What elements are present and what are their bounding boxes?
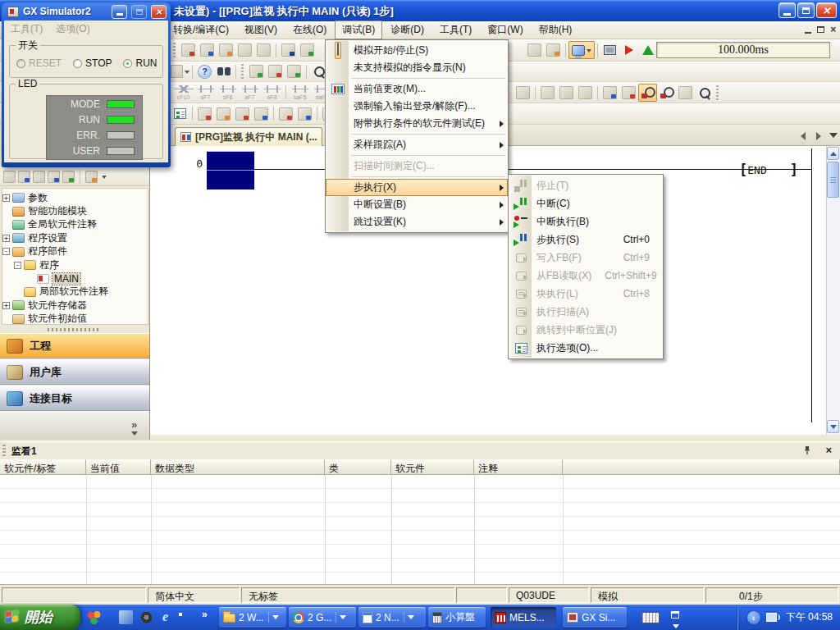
- watch-table-body[interactable]: [0, 475, 840, 585]
- tree-item-local-comment[interactable]: 局部软元件注释: [2, 285, 148, 299]
- tab-scroll-left-icon[interactable]: [801, 132, 806, 140]
- exec-option-button[interactable]: [171, 105, 189, 123]
- paste-item-icon[interactable]: [33, 171, 45, 183]
- tree-item-global-comment[interactable]: 全局软元件注释: [2, 218, 148, 231]
- tree-item-pou[interactable]: -程序部件: [2, 245, 148, 258]
- modify-value-button[interactable]: [525, 41, 544, 59]
- tree-item-parameter[interactable]: +参数: [2, 191, 148, 204]
- mdi-restore-icon[interactable]: [817, 26, 824, 33]
- tree-item-program[interactable]: -程序: [2, 258, 148, 272]
- forced-output-button[interactable]: [214, 105, 233, 123]
- delete-vline-button[interactable]: cF10: [172, 82, 194, 103]
- undo-button[interactable]: [235, 41, 254, 59]
- menu-item-skip-setting[interactable]: 跳过设置(K): [326, 213, 508, 231]
- taskbar-window-chrome[interactable]: 2 G...: [289, 607, 356, 628]
- ladder-monitor-button-1[interactable]: [247, 62, 266, 80]
- menu-item-break-setting[interactable]: 中断设置(B): [326, 196, 508, 213]
- menu-item-device-test-condition[interactable]: 附带执行条件的软元件测试(E): [326, 115, 508, 132]
- menu-item-step-execution[interactable]: 步执行(X): [326, 179, 508, 196]
- run-button[interactable]: [619, 41, 638, 59]
- submenu-item-exec-options[interactable]: 执行选项(O)...: [509, 339, 663, 357]
- ladder-monitor-button-2[interactable]: [266, 62, 285, 80]
- gear-icon[interactable]: [139, 610, 153, 624]
- register-table-button[interactable]: [252, 105, 271, 123]
- branch-contact-button[interactable]: saF5: [289, 82, 311, 103]
- device-monitor-button[interactable]: [298, 41, 317, 59]
- sort-filter-icon[interactable]: [85, 171, 98, 183]
- panel-splitter[interactable]: [48, 328, 100, 331]
- group-dropdown[interactable]: [336, 612, 346, 623]
- paste-button[interactable]: [217, 41, 235, 59]
- minimize-button[interactable]: [778, 2, 796, 18]
- taskbar-window-gx-simulator[interactable]: GX Si...: [563, 607, 627, 628]
- expander-icon[interactable]: -: [2, 248, 10, 255]
- cancel-register-button[interactable]: [233, 105, 252, 123]
- menu-diagnostics[interactable]: 诊断(D): [383, 21, 431, 39]
- documents-icon[interactable]: [119, 610, 133, 624]
- refresh-icon[interactable]: [62, 171, 75, 183]
- expander-icon[interactable]: +: [2, 302, 10, 309]
- device-find-button[interactable]: [279, 41, 298, 59]
- column-class[interactable]: 类: [325, 459, 391, 475]
- keyboard-language-icon[interactable]: [641, 612, 660, 623]
- messenger-icon[interactable]: [87, 610, 101, 624]
- simulator-menu-tools[interactable]: 工具(T): [11, 22, 43, 36]
- closed-contact-button[interactable]: sF8: [217, 82, 239, 103]
- redo-button[interactable]: [254, 41, 273, 59]
- mdi-close-icon[interactable]: ×: [830, 25, 836, 34]
- menu-convert-compile[interactable]: 转换/编译(C): [166, 21, 236, 39]
- column-data-type[interactable]: 数据类型: [151, 459, 325, 475]
- nav-more-button[interactable]: »: [131, 418, 138, 439]
- group-dropdown[interactable]: [268, 612, 279, 623]
- tab-scroll-right-icon[interactable]: [816, 132, 821, 140]
- simulator-menu-options[interactable]: 选项(O): [56, 22, 89, 36]
- dropdown-caret-icon[interactable]: [102, 176, 107, 181]
- new-item-icon[interactable]: [3, 171, 16, 183]
- menu-view[interactable]: 视图(V): [237, 21, 285, 39]
- vertical-scrollbar[interactable]: [826, 146, 840, 435]
- toolbar-grip[interactable]: [716, 85, 719, 100]
- submenu-item-step-exec[interactable]: 步执行(S)Ctrl+0: [509, 231, 663, 249]
- copy-button[interactable]: [198, 41, 217, 59]
- submenu-item-break[interactable]: 中断(C): [509, 194, 663, 212]
- menu-item-sampling-trace[interactable]: 采样跟踪(A): [326, 136, 508, 153]
- warning-button[interactable]: [638, 41, 657, 59]
- restore-button[interactable]: [797, 2, 815, 18]
- menu-online[interactable]: 在线(O): [285, 21, 334, 39]
- menu-window[interactable]: 窗口(W): [480, 21, 530, 39]
- contact-button[interactable]: sF7: [194, 82, 217, 103]
- help-button[interactable]: [195, 62, 214, 80]
- simulator-title-bar[interactable]: GX Simulator2 ×: [4, 2, 168, 21]
- menu-tools[interactable]: 工具(T): [432, 21, 479, 39]
- menu-item-unsupported-instruction[interactable]: 未支持模拟的指令显示(N): [326, 59, 508, 76]
- expander-icon[interactable]: +: [2, 194, 10, 202]
- simulator-close-button[interactable]: ×: [151, 5, 167, 19]
- toolbar-grip[interactable]: [173, 43, 176, 57]
- start-button[interactable]: 開始: [0, 605, 80, 630]
- pin-icon[interactable]: [802, 445, 812, 455]
- note-button[interactable]: [557, 84, 576, 102]
- tree-item-main[interactable]: MAIN: [2, 272, 148, 285]
- tree-pin-button[interactable]: [619, 84, 638, 102]
- device-batch-button[interactable]: [676, 84, 695, 102]
- zoom-dropdown-button[interactable]: [171, 62, 189, 80]
- tree-view-button[interactable]: [600, 84, 619, 102]
- find-contact-button[interactable]: [576, 84, 595, 102]
- nav-button-project[interactable]: 工程: [0, 333, 149, 358]
- mdi-minimize-icon[interactable]: [805, 32, 811, 34]
- expander-icon[interactable]: -: [14, 262, 21, 269]
- taskbar-window-calculator[interactable]: 小算盤: [428, 607, 486, 628]
- language-restore-icon[interactable]: [671, 611, 679, 619]
- pulse-contact-fall-button[interactable]: aF8: [261, 82, 283, 103]
- device-test-button[interactable]: [600, 41, 619, 59]
- comment-view-button[interactable]: [514, 84, 532, 102]
- nav-button-user-library[interactable]: 用户库: [0, 359, 149, 385]
- scrollbar-thumb[interactable]: [827, 162, 839, 198]
- toolbar-grip[interactable]: [241, 64, 244, 79]
- taskbar-window-melsoft[interactable]: MELS...: [491, 607, 556, 628]
- monitor-mode-button[interactable]: [638, 84, 657, 102]
- taskbar-window-notepad[interactable]: 2 N...: [358, 607, 426, 628]
- menu-item-forced-io[interactable]: 强制输入输出登录/解除(F)...: [326, 98, 508, 115]
- tree-item-intelligent-module[interactable]: 智能功能模块: [2, 204, 148, 217]
- menu-item-modify-value[interactable]: 当前值更改(M)...: [326, 80, 508, 98]
